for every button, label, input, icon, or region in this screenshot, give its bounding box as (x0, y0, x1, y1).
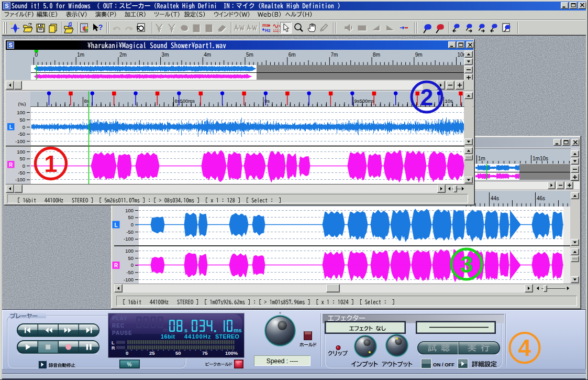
svg-text:3: 3 (460, 252, 473, 277)
svg-text:0: 0 (23, 163, 25, 169)
svg-text:1m: 1m (478, 156, 485, 161)
svg-text:100%: 100% (225, 350, 238, 356)
svg-text:4m: 4m (204, 52, 211, 58)
svg-text:100: 100 (125, 208, 134, 213)
svg-text:1: 1 (44, 150, 57, 177)
svg-text:50: 50 (19, 117, 25, 123)
svg-text:-50: -50 (126, 229, 134, 235)
svg-text:0: 0 (35, 52, 38, 58)
svg-text:25: 25 (149, 350, 155, 356)
svg-text:S: S (9, 42, 13, 48)
svg-text:L: L (9, 124, 13, 130)
svg-text:S: S (5, 3, 8, 9)
svg-text:0: 0 (23, 124, 25, 130)
svg-text:75: 75 (202, 350, 208, 356)
svg-text:100: 100 (125, 248, 134, 254)
svg-text:ms: ms (262, 23, 269, 28)
svg-text:46s: 46s (537, 196, 545, 201)
svg-text:100: 100 (17, 110, 25, 115)
svg-text:44s: 44s (491, 196, 499, 201)
svg-text:9m: 9m (415, 52, 423, 58)
svg-text:0: 0 (131, 262, 134, 268)
svg-text:s: s (184, 327, 187, 333)
svg-text:50: 50 (19, 156, 25, 161)
svg-text:Hz: Hz (265, 28, 270, 33)
svg-text:0: 0 (126, 350, 128, 356)
svg-text:1m10s: 1m10s (532, 156, 548, 161)
svg-text:Speed : ----: Speed : ---- (267, 357, 298, 365)
svg-text:L: L (114, 222, 117, 228)
svg-text:-100: -100 (124, 236, 134, 242)
svg-text:100: 100 (17, 149, 25, 155)
svg-text:(%): (%) (18, 101, 26, 107)
svg-text:8s500ms: 8s500ms (175, 98, 195, 104)
svg-text:44100Hz: 44100Hz (184, 333, 212, 340)
svg-text:%: % (127, 362, 132, 367)
svg-text:6m: 6m (289, 52, 296, 58)
svg-text:STEREO: STEREO (215, 333, 239, 340)
svg-text:16bit: 16bit (161, 333, 175, 340)
svg-text:4: 4 (518, 335, 531, 361)
svg-text:R: R (9, 162, 13, 168)
svg-text:-100: -100 (15, 138, 25, 144)
svg-text:R: R (114, 263, 118, 268)
svg-text:50: 50 (175, 350, 181, 356)
svg-text:1: 1 (208, 27, 211, 31)
svg-text:m: m (163, 327, 168, 333)
svg-text:5m: 5m (246, 52, 253, 58)
svg-text:10s: 10s (445, 98, 453, 104)
svg-text:50: 50 (128, 255, 134, 261)
svg-text:-50: -50 (126, 269, 134, 275)
svg-text:1: 1 (196, 27, 198, 31)
svg-text:ms: ms (234, 327, 242, 333)
svg-text:0: 0 (131, 222, 134, 227)
svg-text:7m: 7m (330, 52, 338, 58)
svg-text:2: 2 (420, 84, 433, 110)
svg-text:8m: 8m (373, 52, 380, 58)
svg-text:R: R (112, 345, 115, 351)
svg-text:3m: 3m (162, 52, 169, 58)
svg-text:PLAY: PLAY (112, 316, 128, 321)
svg-text:?: ? (98, 23, 103, 31)
svg-text:-100: -100 (15, 177, 25, 182)
svg-text:-100: -100 (124, 277, 134, 283)
svg-text:-50: -50 (18, 170, 25, 176)
svg-text:9s: 9s (264, 98, 270, 104)
svg-text:2m: 2m (119, 52, 127, 58)
svg-text:ON / OFF: ON / OFF (433, 362, 454, 367)
svg-text:1m: 1m (77, 52, 84, 58)
svg-text:REC: REC (112, 323, 125, 329)
svg-text:50: 50 (128, 214, 134, 220)
svg-text:-50: -50 (18, 131, 25, 137)
svg-text:L: L (112, 340, 115, 345)
svg-text:PAUSE: PAUSE (112, 330, 132, 336)
